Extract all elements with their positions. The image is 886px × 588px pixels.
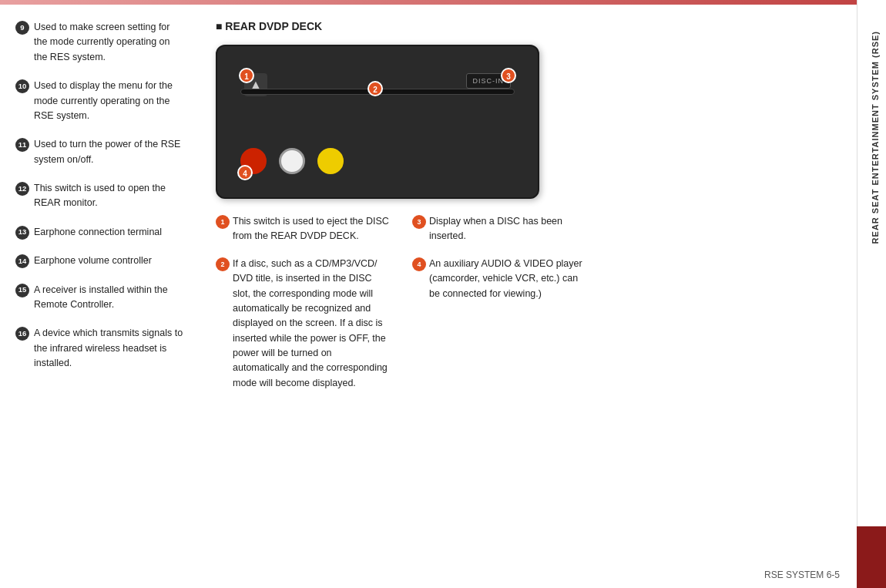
item-num-12: 12 <box>15 182 29 196</box>
item-num-16: 16 <box>15 327 29 341</box>
desc-text-4: An auxiliary AUDIO & VIDEO player (camco… <box>429 257 586 301</box>
left-item-13: 13 Earphone connection terminal <box>15 225 185 240</box>
top-bar <box>0 0 886 5</box>
desc-text-2: If a disc, such as a CD/MP3/VCD/ DVD tit… <box>233 257 389 391</box>
desc-text-3: Display when a DISC has been inserted. <box>429 214 586 244</box>
circle-num-3: 3 <box>412 215 426 229</box>
item-text-12: This switch is used to open the REAR mon… <box>34 181 185 211</box>
item-text-15: A receiver is installed within the Remot… <box>34 283 185 313</box>
item-text-16: A device which transmits signals to the … <box>34 326 185 371</box>
item-num-14: 14 <box>15 254 29 268</box>
descriptions-container: 1 This switch is used to eject the DISC … <box>216 214 586 391</box>
sidebar-text: REAR SEAT ENTERTAINMENT SYSTEM (RSE) <box>871 31 880 244</box>
desc-item-2: 2 If a disc, such as a CD/MP3/VCD/ DVD t… <box>216 257 389 391</box>
left-item-16: 16 A device which transmits signals to t… <box>15 326 185 371</box>
item-num-11: 11 <box>15 138 29 152</box>
desc-item-1: 1 This switch is used to eject the DISC … <box>216 214 389 244</box>
left-item-9: 9 Used to make screen setting for the mo… <box>15 20 185 65</box>
desc-item-3: 3 Display when a DISC has been inserted. <box>412 214 586 244</box>
desc-right-col: 3 Display when a DISC has been inserted.… <box>412 214 586 391</box>
connector-white <box>279 148 305 174</box>
item-num-15: 15 <box>15 284 29 297</box>
item-num-13: 13 <box>15 226 29 240</box>
connectors-row <box>240 148 344 174</box>
badge-1: 1 <box>239 68 254 83</box>
item-num-9: 9 <box>15 21 29 35</box>
item-text-10: Used to display the menu for the mode cu… <box>34 79 185 123</box>
page-footer: RSE SYSTEM 6-5 <box>764 570 840 580</box>
footer-text: RSE SYSTEM 6-5 <box>764 570 840 580</box>
left-item-11: 11 Used to turn the power of the RSE sys… <box>15 137 185 167</box>
right-sidebar: REAR SEAT ENTERTAINMENT SYSTEM (RSE) <box>857 0 886 588</box>
circle-num-1: 1 <box>216 215 230 229</box>
item-text-9: Used to make screen setting for the mode… <box>34 20 185 65</box>
left-item-10: 10 Used to display the menu for the mode… <box>15 79 185 123</box>
circle-num-2: 2 <box>216 257 230 271</box>
badge-4: 4 <box>237 165 253 180</box>
item-num-10: 10 <box>15 79 29 93</box>
badge-3: 3 <box>501 68 516 83</box>
item-text-13: Earphone connection terminal <box>34 225 185 240</box>
deck-title: REAR DVDP DECK <box>216 20 586 32</box>
left-item-12: 12 This switch is used to open the REAR … <box>15 181 185 211</box>
item-text-14: Earphone volume controller <box>34 254 185 268</box>
disc-in-label: DISC-IN <box>473 77 505 85</box>
left-item-14: 14 Earphone volume controller <box>15 254 185 268</box>
badge-2: 2 <box>367 81 383 96</box>
desc-left-col: 1 This switch is used to eject the DISC … <box>216 214 389 391</box>
desc-text-1: This switch is used to eject the DISC fr… <box>233 214 389 244</box>
deck-section: REAR DVDP DECK ▲ 1 2 DISC-IN 3 4 <box>216 20 586 391</box>
left-item-15: 15 A receiver is installed within the Re… <box>15 283 185 313</box>
desc-item-4: 4 An auxiliary AUDIO & VIDEO player (cam… <box>412 257 586 301</box>
connector-yellow <box>317 148 344 174</box>
left-column: 9 Used to make screen setting for the mo… <box>15 20 185 385</box>
dvd-deck-illustration: ▲ 1 2 DISC-IN 3 4 <box>216 45 539 199</box>
sidebar-accent <box>857 526 886 588</box>
item-text-11: Used to turn the power of the RSE system… <box>34 137 185 167</box>
circle-num-4: 4 <box>412 257 426 271</box>
